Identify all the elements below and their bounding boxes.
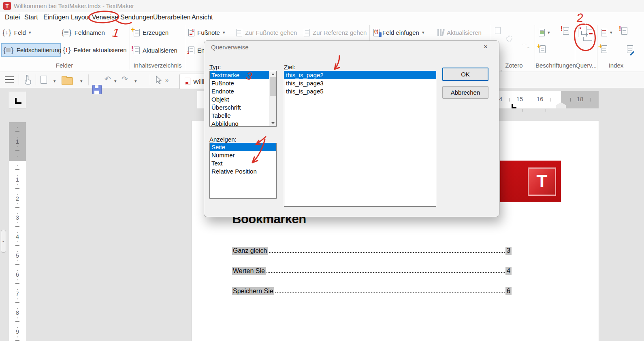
beschriftung-einfuegen-button[interactable]: ▾ xyxy=(539,27,550,38)
field-shading-icon: {} xyxy=(3,46,14,54)
more-tools-icon[interactable]: » xyxy=(165,76,168,83)
bibliography-icon xyxy=(437,29,444,36)
group-label-beschriftungen: Beschriftungen xyxy=(535,62,574,69)
ruler-ticks xyxy=(17,122,18,341)
menu-verweise[interactable]: Verweise xyxy=(92,14,118,21)
undo-icon[interactable]: ↶ xyxy=(104,75,111,83)
list-item-text[interactable]: Text xyxy=(210,159,276,167)
zur-referenz-gehen-button[interactable]: Zur Referenz gehen xyxy=(304,27,367,38)
bibliografie-aktualisieren-button[interactable]: Aktualisieren xyxy=(437,27,482,38)
endnote-button[interactable]: 1 En xyxy=(188,44,205,56)
typ-label: Typ: xyxy=(209,64,221,70)
scroll-down-icon[interactable] xyxy=(269,120,276,126)
menu-datei[interactable]: Datei xyxy=(5,14,20,21)
scrollbar[interactable] xyxy=(269,71,276,126)
list-item-this-is-page2[interactable]: this_is_page2 xyxy=(284,71,436,79)
feldnamen-label: Feldnamen xyxy=(75,29,105,36)
redo-dropdown[interactable]: ▾ xyxy=(134,78,137,84)
feldschattierung-button[interactable]: {} Feldschattierung xyxy=(1,43,61,57)
save-icon[interactable] xyxy=(92,85,102,94)
toolbar-separator xyxy=(36,74,36,85)
touch-mode-icon[interactable] xyxy=(23,75,32,85)
menu-layout[interactable]: Layout xyxy=(71,14,90,21)
close-icon[interactable]: × xyxy=(481,43,490,51)
list-item-relative-position[interactable]: Relative Position xyxy=(210,167,276,176)
felder-aktualisieren-button[interactable]: {!} Felder aktualisieren xyxy=(63,44,127,55)
v-ruler-margin-number: 1 xyxy=(9,138,26,145)
feld-button[interactable]: {↓} Feld ▾ xyxy=(2,27,31,38)
list-item-textmarke[interactable]: Textmarke xyxy=(210,71,269,79)
index-bearbeiten-button[interactable] xyxy=(627,45,633,55)
index-eintrag-button[interactable]: ▾ xyxy=(601,27,612,38)
v-ruler-number: 3 xyxy=(9,214,26,221)
group-label-zotero: Zotero xyxy=(496,62,532,69)
list-item-objekt[interactable]: Objekt xyxy=(210,95,276,104)
toc-erzeugen-button[interactable]: + Erzeugen xyxy=(134,27,168,38)
zotero-preferences-icon[interactable]: z xyxy=(506,36,644,43)
index-aktualisieren-button[interactable]: ! xyxy=(621,27,627,36)
list-item-this-is-page3[interactable]: this_is_page3 xyxy=(284,79,436,87)
v-ruler-number: 4 xyxy=(9,233,26,240)
menu-start[interactable]: Start xyxy=(24,14,38,21)
fussnote-button[interactable]: 1 Fußnote ▾ xyxy=(188,27,225,38)
h-ruler-number: 18 xyxy=(574,95,586,102)
group-label-inhaltsverzeichnis: Inhaltsverzeichnis xyxy=(131,62,184,69)
menu-ueberarbeiten[interactable]: Überarbeiten xyxy=(153,14,191,21)
tab-stop-marker[interactable] xyxy=(512,104,516,108)
new-document-dropdown[interactable]: ▾ xyxy=(53,78,56,84)
list-item-endnote[interactable]: Endnote xyxy=(210,87,276,95)
querverweise-dialog: Querverweise × Typ: Textmarke Fußnote En… xyxy=(204,40,499,217)
feldnamen-button[interactable]: {} Feldnamen xyxy=(62,27,105,38)
abbildungsverzeichnis-button[interactable]: + xyxy=(540,45,546,55)
tab-stop-selector[interactable] xyxy=(9,91,26,108)
list-item-tabelle[interactable]: Tabelle xyxy=(210,112,276,120)
querverweis-einfuegen-button[interactable]: * xyxy=(578,26,593,44)
vertical-ruler[interactable]: 1 1 2 3 4 5 6 7 8 9 xyxy=(9,122,26,341)
toc-dot-leader xyxy=(275,292,505,293)
group-divider xyxy=(535,25,535,70)
feld-label: Feld xyxy=(14,29,26,36)
scroll-up-icon[interactable] xyxy=(269,71,276,77)
zur-fussnote-label: Zur Fußnote gehen xyxy=(245,29,297,36)
v-ruler-number: 2 xyxy=(9,195,26,202)
list-item-nummer[interactable]: Nummer xyxy=(210,151,276,159)
object-mode-pointer-icon[interactable] xyxy=(156,76,162,85)
ruler-tick xyxy=(510,98,510,102)
ruler-tick xyxy=(550,98,550,102)
hamburger-menu-icon[interactable] xyxy=(5,76,14,83)
open-dropdown[interactable]: ▾ xyxy=(80,78,83,84)
list-item-fussnote[interactable]: Fußnote xyxy=(210,79,276,87)
sidebar-expand-handle[interactable]: ▸ xyxy=(1,230,6,253)
menu-einfuegen[interactable]: Einfügen xyxy=(43,14,69,21)
undo-dropdown[interactable]: ▾ xyxy=(114,78,117,84)
textmaker-banner: T xyxy=(500,161,561,202)
toc-aktualisieren-button[interactable]: ! Aktualisieren xyxy=(134,44,177,56)
open-folder-icon[interactable] xyxy=(62,77,73,85)
menu-sendungen[interactable]: Sendungen xyxy=(120,14,154,21)
default-tab-tick xyxy=(522,109,522,112)
feld-einfuegen-button[interactable]: (-) Feld einfügen ▾ xyxy=(373,27,424,38)
field-names-icon: {} xyxy=(62,28,72,36)
document-tab-icon xyxy=(185,78,190,85)
toc-aktualisieren-label: Aktualisieren xyxy=(143,47,177,54)
list-item-abbildung[interactable]: Abbildung xyxy=(210,120,276,127)
menu-ansicht[interactable]: Ansicht xyxy=(192,14,213,21)
index-erzeugen-button[interactable]: + xyxy=(601,45,607,55)
left-tab-stop-icon xyxy=(15,98,21,104)
cancel-button[interactable]: Abbrechen xyxy=(442,86,488,99)
feldschattierung-label: Feldschattierung xyxy=(17,47,62,53)
zur-fussnote-gehen-button[interactable]: Zur Fußnote gehen xyxy=(236,27,297,38)
list-item-ueberschrift[interactable]: Überschrift xyxy=(210,104,276,112)
typ-listbox[interactable]: Textmarke Fußnote Endnote Objekt Übersch… xyxy=(209,71,277,127)
toc-page-number: 6 xyxy=(505,287,512,295)
ziel-listbox[interactable]: this_is_page2 this_is_page3 this_is_page… xyxy=(284,71,436,207)
list-item-seite[interactable]: Seite xyxy=(210,143,276,151)
beschriftungen-aktualisieren-button[interactable]: ! xyxy=(563,27,569,36)
anzeigen-listbox[interactable]: Seite Nummer Text Relative Position xyxy=(209,143,277,199)
new-document-icon[interactable] xyxy=(41,76,47,84)
ok-button[interactable]: OK xyxy=(442,68,488,81)
insert-field-icon: (-) xyxy=(373,29,380,36)
scrollbar-thumb[interactable] xyxy=(270,77,276,96)
list-item-this-is-page5[interactable]: this_is_page5 xyxy=(284,87,436,95)
redo-icon[interactable]: ↷ xyxy=(122,75,128,83)
